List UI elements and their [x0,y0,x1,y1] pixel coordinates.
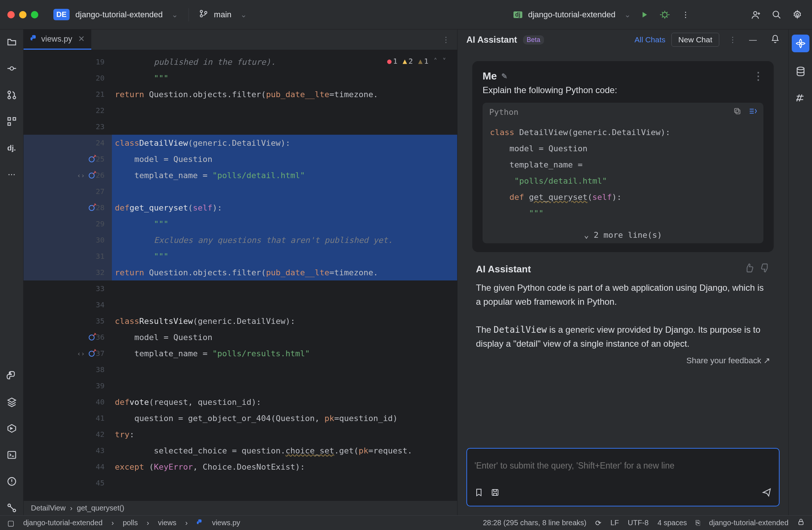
interpreter-name[interactable]: django-tutorial-extended [709,519,788,527]
svg-point-27 [797,67,804,70]
python-file-icon [197,519,203,527]
new-chat-button[interactable]: New Chat [671,33,719,47]
structure-icon[interactable] [4,114,19,129]
expand-code-button[interactable]: ⌄ 2 more line(s) [483,227,763,243]
edit-icon[interactable]: ✎ [501,72,508,81]
statusbar: ▢ django-tutorial-extended › polls › vie… [0,515,812,530]
chevron-down-icon[interactable]: ˅ [442,57,446,66]
more-vertical-icon[interactable]: ⋮ [729,35,737,44]
notifications-icon[interactable] [771,35,780,45]
more-horizontal-icon[interactable]: ⋯ [4,167,19,182]
chevron-down-icon[interactable]: ⌄ [624,10,631,19]
indent-setting[interactable]: 4 spaces [657,519,687,527]
services-icon[interactable] [4,421,19,436]
chevron-down-icon[interactable]: ⌄ [240,10,247,19]
more-vertical-icon[interactable]: ⋮ [753,70,763,82]
sync-icon[interactable]: ⟳ [595,519,601,527]
chevron-up-icon[interactable]: ˄ [434,57,437,66]
search-icon[interactable] [769,7,784,22]
sender-label: Me [483,70,497,82]
problems-icon[interactable] [4,474,19,489]
caret-position[interactable]: 28:28 (295 chars, 8 line breaks) [483,519,586,527]
database-icon[interactable] [793,64,808,79]
svg-rect-11 [8,118,10,120]
minimize-window-icon[interactable] [19,11,27,18]
editor-breadcrumbs[interactable]: DetailView › get_queryset() [24,501,457,515]
chevron-right-icon: › [70,504,73,512]
line-separator[interactable]: LF [610,519,619,527]
python-console-icon[interactable] [4,368,19,383]
svg-point-14 [10,372,10,373]
project-name[interactable]: django-tutorial-extended [75,10,163,20]
branch-name[interactable]: main [214,10,232,20]
ai-response-paragraph: The given Python code is part of a web a… [476,281,770,309]
chevron-down-icon[interactable]: ⌄ [172,10,178,19]
branch-icon[interactable] [199,9,208,20]
svg-point-6 [796,13,799,16]
chat-input[interactable] [474,455,772,476]
svg-point-10 [13,96,15,99]
maximize-window-icon[interactable] [31,11,38,18]
endpoints-icon[interactable] [793,91,808,105]
ai-response-paragraph: The DetailView is a generic view provide… [476,323,770,351]
pull-request-icon[interactable] [4,88,19,102]
ai-assistant-icon[interactable] [792,35,809,52]
breadcrumb-item[interactable]: DetailView [31,504,66,512]
svg-point-4 [754,11,757,15]
folder-icon[interactable] [4,35,19,49]
chevron-right-icon: › [112,519,114,527]
run-config-name[interactable]: django-tutorial-extended [528,10,615,20]
more-vertical-icon[interactable]: ⋮ [435,35,457,44]
ai-label: AI Assistant [476,264,531,275]
project-root-icon[interactable]: ▢ [7,519,14,527]
code-content[interactable]: ●1 ▲2 ▲1 ˄ ˅ published in the future). "… [112,50,457,501]
svg-point-2 [205,11,207,14]
insert-icon[interactable] [749,107,757,117]
breadcrumb-item[interactable]: get_queryset() [77,504,124,512]
share-feedback-link[interactable]: Share your feedback ↗ [472,351,774,368]
interpreter-icon[interactable]: ⎘ [696,519,700,527]
breadcrumb-item[interactable]: polls [123,519,138,527]
django-tool-icon[interactable]: dj. [4,141,19,155]
bookmark-icon[interactable] [474,488,483,499]
encoding[interactable]: UTF-8 [628,519,649,527]
send-icon[interactable] [762,488,772,499]
chevron-right-icon: › [147,519,149,527]
more-vertical-icon[interactable]: ⋮ [678,7,693,22]
terminal-icon[interactable] [4,448,19,462]
add-user-icon[interactable] [749,7,763,22]
minimize-icon[interactable]: — [749,35,757,44]
editor-tabs: views.py ✕ ⋮ [24,29,457,50]
svg-point-9 [8,96,10,99]
gear-icon[interactable] [790,7,805,22]
code-block: Python class DetailView(generic.DetailVi… [483,103,763,243]
tab-views-py[interactable]: views.py ✕ [24,29,91,50]
python-file-icon [30,34,38,44]
user-message-card: Me ✎ ⋮ Explain the following Python code… [472,61,774,252]
breadcrumb-item[interactable]: django-tutorial-extended [23,519,103,527]
lock-icon[interactable] [797,518,805,527]
inspection-indicators[interactable]: ●1 ▲2 ▲1 ˄ ˅ [387,57,446,66]
editor-body[interactable]: 1920212223242526‹›2728293031323334353637… [24,50,457,501]
thumbs-up-icon[interactable] [744,263,754,275]
save-icon[interactable] [491,488,499,499]
debug-icon[interactable] [657,7,672,22]
breadcrumb-item[interactable]: views.py [212,519,240,527]
breadcrumb-item[interactable]: views [158,519,176,527]
chevron-right-icon: › [185,519,188,527]
close-window-icon[interactable] [7,11,15,18]
right-tool-rail [788,29,812,515]
vcs-icon[interactable] [4,501,19,515]
all-chats-link[interactable]: All Chats [635,35,666,44]
layers-icon[interactable] [4,395,19,409]
gutter: 1920212223242526‹›2728293031323334353637… [24,50,112,501]
commit-icon[interactable] [4,61,19,76]
user-message-text: Explain the following Python code: [483,85,763,95]
close-icon[interactable]: ✕ [78,34,85,44]
ai-input-area[interactable] [466,448,780,506]
thumbs-down-icon[interactable] [760,263,770,275]
tab-label: views.py [41,34,72,44]
editor-area: views.py ✕ ⋮ 1920212223242526‹›272829303… [24,29,457,515]
copy-icon[interactable] [733,107,741,117]
run-icon[interactable] [637,7,652,22]
